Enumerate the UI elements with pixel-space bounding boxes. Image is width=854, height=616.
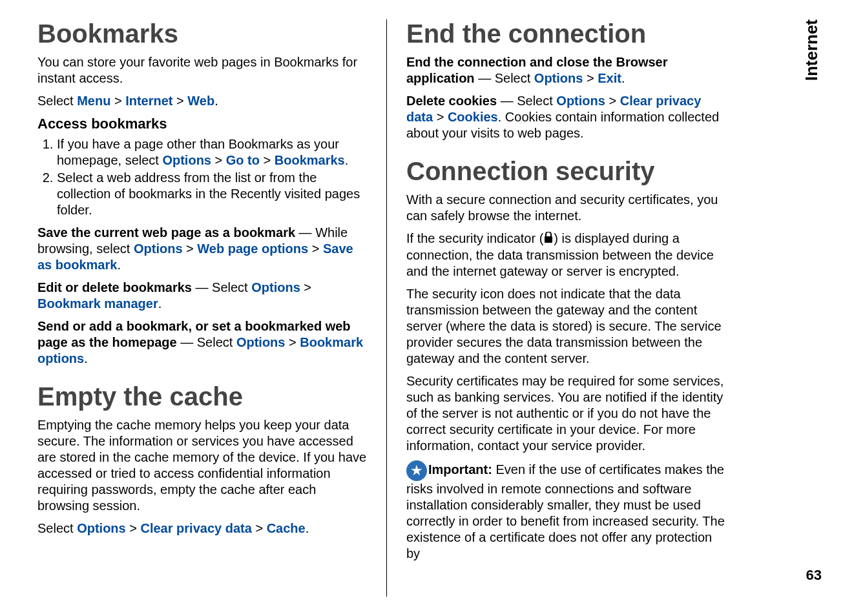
link-cookies: Cookies <box>448 110 498 124</box>
svg-rect-0 <box>545 236 552 243</box>
separator: > <box>605 94 620 108</box>
text: . <box>345 153 349 167</box>
empty-cache-path: Select Options > Clear privacy data > Ca… <box>37 520 367 537</box>
link-options: Options <box>556 94 605 108</box>
separator: > <box>183 241 198 256</box>
delete-cookies-para: Delete cookies — Select Options > Clear … <box>406 93 729 141</box>
heading-empty-cache: Empty the cache <box>37 382 367 411</box>
page: Bookmarks You can store your favorite we… <box>0 0 854 616</box>
access-bookmarks-list: If you have a page other than Bookmarks … <box>37 136 367 218</box>
text: — Select <box>177 335 236 349</box>
bookmarks-path: Select Menu > Internet > Web. <box>37 93 367 109</box>
right-column: End the connection End the connection an… <box>386 19 748 597</box>
text: . <box>214 94 218 108</box>
text: . <box>117 258 121 272</box>
link-goto: Go to <box>226 153 260 167</box>
label: Important: <box>428 463 492 477</box>
text: . <box>84 351 88 365</box>
text: . <box>621 71 625 85</box>
send-add-bookmark-para: Send or add a bookmark, or set a bookmar… <box>37 318 367 367</box>
separator: > <box>583 71 598 85</box>
label: Save the current web page as a bookmark <box>37 225 295 240</box>
link-internet: Internet <box>125 94 172 108</box>
link-bookmarks: Bookmarks <box>275 153 345 167</box>
list-item: If you have a page other than Bookmarks … <box>57 136 367 169</box>
separator: > <box>110 94 125 108</box>
link-options: Options <box>134 241 183 256</box>
text: Even if the use of certificates makes th… <box>406 463 725 561</box>
link-options: Options <box>236 335 286 349</box>
text: Select <box>37 94 77 108</box>
link-cache: Cache <box>267 521 306 535</box>
link-options: Options <box>534 71 583 85</box>
text: . <box>158 296 162 311</box>
text: . <box>306 521 309 535</box>
link-web: Web <box>187 94 214 108</box>
lock-icon <box>543 231 554 247</box>
separator: > <box>211 153 226 167</box>
security-icon-note: The security icon does not indicate that… <box>406 286 729 367</box>
label: Delete cookies <box>406 94 497 108</box>
link-bookmark-manager: Bookmark manager <box>37 296 158 311</box>
heading-end-connection: End the connection <box>406 19 729 48</box>
section-tab: Internet <box>802 19 822 81</box>
security-indicator-para: If the security indicator () is displaye… <box>406 231 729 280</box>
text: — Select <box>192 280 251 294</box>
separator: > <box>433 110 448 124</box>
security-intro: With a secure connection and security ce… <box>406 192 729 224</box>
subheading-access-bookmarks: Access bookmarks <box>37 116 367 132</box>
separator: > <box>126 521 141 535</box>
empty-cache-para: Emptying the cache memory helps you keep… <box>37 417 367 514</box>
separator: > <box>300 280 311 294</box>
bookmarks-intro: You can store your favorite web pages in… <box>37 54 367 87</box>
end-connection-para: End the connection and close the Browser… <box>406 54 729 87</box>
separator: > <box>252 521 267 535</box>
link-web-page-options: Web page options <box>197 241 308 256</box>
separator: > <box>260 153 275 167</box>
edit-delete-bookmarks-para: Edit or delete bookmarks — Select Option… <box>37 280 367 312</box>
separator: > <box>285 335 300 349</box>
link-clear-privacy-data: Clear privacy data <box>141 521 252 535</box>
separator: > <box>173 94 188 108</box>
text: — Select <box>497 94 556 108</box>
heading-connection-security: Connection security <box>406 157 729 185</box>
important-icon <box>406 460 427 481</box>
page-number: 63 <box>806 567 822 584</box>
left-column: Bookmarks You can store your favorite we… <box>37 19 386 597</box>
text: Select <box>37 521 77 535</box>
label: Edit or delete bookmarks <box>37 280 192 294</box>
save-bookmark-para: Save the current web page as a bookmark … <box>37 225 367 273</box>
link-options: Options <box>251 280 300 294</box>
text: — Select <box>475 71 534 85</box>
separator: > <box>308 241 323 256</box>
list-item: Select a web address from the list or fr… <box>57 170 367 218</box>
important-para: Important: Even if the use of certificat… <box>406 460 729 562</box>
heading-bookmarks: Bookmarks <box>37 19 367 48</box>
link-exit: Exit <box>598 71 621 85</box>
security-certificates-para: Security certificates may be required fo… <box>406 373 729 454</box>
link-options: Options <box>162 153 211 167</box>
link-options: Options <box>77 521 126 535</box>
text: If the security indicator ( <box>406 231 543 245</box>
link-menu: Menu <box>77 94 110 108</box>
